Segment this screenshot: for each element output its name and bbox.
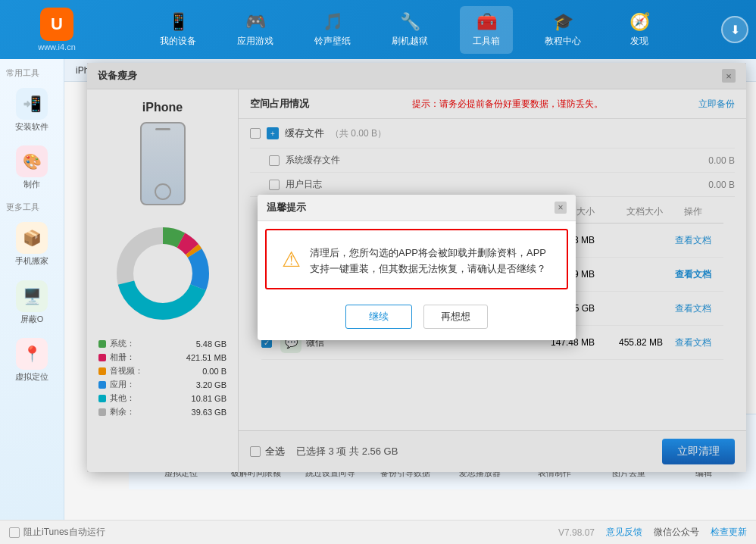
download-button[interactable]: ⬇: [721, 16, 748, 43]
warning-dialog: 温馨提示 × ⚠ 清理后，您所勾选的APP将会被卸载并删除资料，APP支持一键重…: [258, 195, 576, 341]
sidebar-item-phone-transfer[interactable]: 📦 手机搬家: [2, 216, 61, 272]
nav-icon-discover: 🧭: [629, 12, 650, 32]
nav-icon-toolbox: 🧰: [476, 12, 497, 32]
nav-item-my-device[interactable]: 📱 我的设备: [151, 6, 205, 54]
nav-items: 📱 我的设备 🎮 应用游戏 🎵 铃声壁纸 🔧 刷机越狱 🧰 工具箱 🎓 教程中心…: [106, 6, 711, 54]
nav-item-jailbreak[interactable]: 🔧 刷机越狱: [383, 6, 437, 54]
warning-dialog-footer: 继续 再想想: [258, 297, 576, 340]
sidebar-item-virtual-location[interactable]: 📍 虚拟定位: [2, 332, 61, 388]
logo-area: U www.i4.cn: [8, 8, 106, 52]
warning-message-text: 清理后，您所勾选的APP将会被卸载并删除资料，APP支持一键重装，但其数据无法恢…: [310, 245, 551, 277]
nav-label-app-game: 应用游戏: [237, 35, 273, 48]
warning-overlay: 温馨提示 × ⚠ 清理后，您所勾选的APP将会被卸载并删除资料，APP支持一键重…: [87, 63, 746, 472]
nav-label-toolbox: 工具箱: [473, 35, 500, 48]
sidebar-label-phone-transfer: 手机搬家: [15, 256, 48, 266]
content-panel: iPhone 设备瘦身 × iPhone: [64, 59, 756, 520]
itunes-check[interactable]: 阻止iTunes自动运行: [9, 526, 105, 539]
app-logo-icon: U: [40, 8, 73, 41]
nav-label-ringtone: 铃声壁纸: [314, 35, 351, 48]
nav-item-toolbox[interactable]: 🧰 工具箱: [460, 6, 513, 54]
nav-item-discover[interactable]: 🧭 发现: [613, 6, 666, 54]
screen-mirror-icon: 🖥️: [16, 280, 48, 312]
nav-item-ringtone[interactable]: 🎵 铃声壁纸: [305, 6, 360, 54]
warning-dialog-body: ⚠ 清理后，您所勾选的APP将会被卸载并删除资料，APP支持一键重装，但其数据无…: [265, 229, 568, 290]
itunes-label: 阻止iTunes自动运行: [23, 526, 105, 539]
nav-item-app-game[interactable]: 🎮 应用游戏: [228, 6, 283, 54]
nav-icon-tutorial: 🎓: [553, 12, 573, 32]
sidebar-section-common: 常用工具: [0, 63, 64, 82]
wechat-text: 微信公众号: [654, 526, 699, 539]
bottom-left: 阻止iTunes自动运行: [9, 526, 105, 539]
sidebar-label-screen-mirror: 屏蔽O: [20, 314, 44, 324]
phone-transfer-icon: 📦: [16, 222, 48, 254]
install-icon: 📲: [16, 88, 48, 120]
version-text: V7.98.07: [558, 527, 595, 538]
sidebar: 常用工具 📲 安装软件 🎨 制作 更多工具 📦 手机搬家 🖥️ 屏蔽O 📍 虚拟…: [0, 59, 64, 520]
nav-label-jailbreak: 刷机越狱: [392, 35, 428, 48]
device-slim-modal: 设备瘦身 × iPhone: [87, 63, 746, 472]
sidebar-label-install: 安装软件: [15, 122, 48, 132]
reconsider-button[interactable]: 再想想: [423, 305, 488, 329]
warning-dialog-close-button[interactable]: ×: [555, 202, 567, 214]
make-icon: 🎨: [16, 145, 48, 177]
nav-icon-jailbreak: 🔧: [400, 12, 420, 32]
top-nav: U www.i4.cn 📱 我的设备 🎮 应用游戏 🎵 铃声壁纸 🔧 刷机越狱 …: [0, 0, 756, 59]
bottom-right: V7.98.07 意见反馈 微信公众号 检查更新: [558, 526, 747, 539]
continue-button[interactable]: 继续: [345, 305, 412, 329]
warning-triangle-icon: ⚠: [282, 247, 301, 277]
warning-dialog-title: 温馨提示: [267, 201, 306, 214]
sidebar-section-more: 更多工具: [0, 197, 64, 216]
nav-label-discover: 发现: [630, 35, 648, 48]
nav-right: ⬇: [711, 16, 748, 43]
sidebar-label-virtual-location: 虚拟定位: [15, 372, 48, 382]
nav-icon-my-device: 📱: [168, 12, 189, 32]
nav-icon-app-game: 🎮: [245, 12, 266, 32]
sidebar-label-make: 制作: [23, 180, 40, 189]
bottom-bar: 阻止iTunes自动运行 V7.98.07 意见反馈 微信公众号 检查更新: [0, 520, 756, 544]
main-content: 常用工具 📲 安装软件 🎨 制作 更多工具 📦 手机搬家 🖥️ 屏蔽O 📍 虚拟…: [0, 59, 756, 520]
sidebar-item-screen-mirror[interactable]: 🖥️ 屏蔽O: [2, 274, 61, 330]
feedback-link[interactable]: 意见反馈: [606, 526, 642, 539]
nav-label-my-device: 我的设备: [160, 35, 196, 48]
virtual-location-icon: 📍: [16, 338, 48, 370]
update-link[interactable]: 检查更新: [711, 526, 747, 539]
nav-icon-ringtone: 🎵: [323, 12, 343, 32]
sidebar-item-install[interactable]: 📲 安装软件: [2, 82, 61, 138]
sidebar-item-make[interactable]: 🎨 制作: [2, 139, 61, 195]
nav-label-tutorial: 教程中心: [545, 35, 581, 48]
itunes-checkbox[interactable]: [9, 527, 20, 538]
logo-subtitle: www.i4.cn: [38, 42, 76, 52]
nav-item-tutorial[interactable]: 🎓 教程中心: [536, 6, 590, 54]
warning-dialog-header: 温馨提示 ×: [258, 195, 576, 221]
